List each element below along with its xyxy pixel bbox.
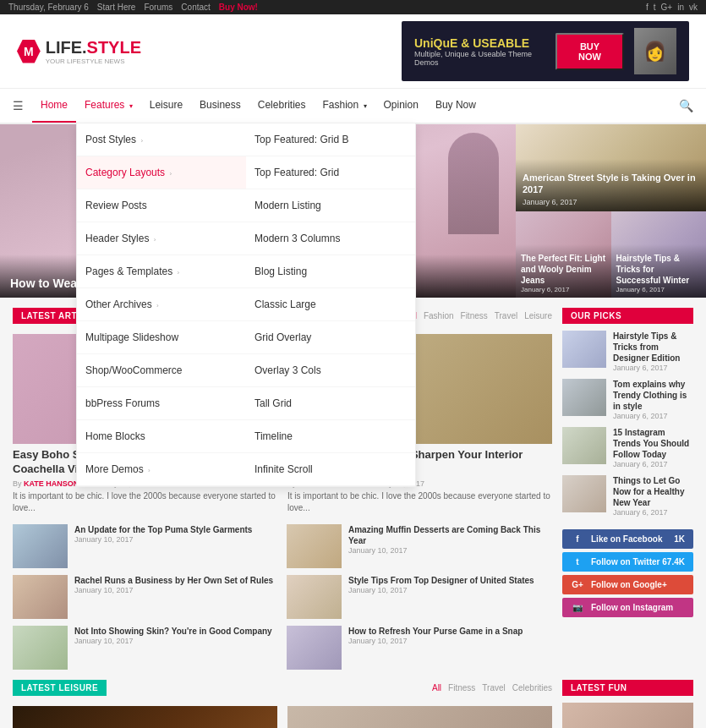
nav-item-home[interactable]: Home [32, 89, 76, 123]
picks-4-image[interactable] [562, 475, 606, 512]
nav-link-home[interactable]: Home [32, 89, 76, 123]
bottom-left-caption: The Perfect Fit: Light and Wooly Denim J… [516, 244, 611, 298]
start-here-link[interactable]: Start Here [97, 3, 136, 12]
picks-4-text: Things to Let Go Now for a Healthy New Y… [613, 475, 693, 517]
nav-item-celebrities[interactable]: Celebrities [249, 89, 315, 123]
twitter-button[interactable]: t Follow on Twitter 67.4K [562, 552, 693, 572]
leisure-filter-travel[interactable]: Travel [482, 683, 505, 692]
fun-featured-image[interactable] [562, 703, 693, 728]
banner-advertisement: UniQuE & USEABLE Multiple, Unique & Usea… [402, 21, 689, 81]
arrow-icon: › [169, 170, 172, 178]
dropdown-grid-overlay[interactable]: Grid Overlay [246, 321, 415, 354]
featured-bottom-right[interactable]: Hairstyle Tips & Tricks for Successful W… [611, 211, 707, 298]
featured-bottom-left[interactable]: The Perfect Fit: Light and Wooly Denim J… [516, 211, 611, 298]
muffin-image[interactable] [287, 524, 342, 568]
nav-item-buynow[interactable]: Buy Now [427, 89, 484, 123]
picks-2-image[interactable] [562, 379, 606, 416]
filter-fashion[interactable]: Fashion [424, 311, 454, 320]
leisure-filter-fitness[interactable]: Fitness [448, 683, 475, 692]
picks-1-text: Hairstyle Tips & Tricks from Designer Ed… [613, 331, 693, 372]
picks-2-text: Tom explains why Trendy Clothing is in s… [613, 379, 693, 420]
facebook-button[interactable]: f Like on Facebook 1K [562, 529, 693, 549]
featured-top-right[interactable]: American Street Style is Taking Over in … [516, 124, 706, 211]
nav-item-fashion[interactable]: Fashion ▾ [314, 89, 375, 123]
dropdown-modern-listing[interactable]: Modern Listing [246, 189, 415, 222]
muffin-date: January 10, 2017 [348, 546, 552, 555]
nav-link-leisure[interactable]: Leisure [141, 89, 191, 121]
picks-3-text: 15 Instagram Trends You Should Follow To… [613, 427, 693, 468]
site-logo[interactable]: M LIFE.STYLE YOUR LIFESTYLE NEWS [17, 38, 141, 65]
person-silhouette [448, 133, 499, 234]
nav-link-business[interactable]: Business [191, 89, 249, 121]
leisure-1-image[interactable] [13, 706, 277, 728]
rachel-image[interactable] [13, 575, 68, 619]
site-header: M LIFE.STYLE YOUR LIFESTYLE NEWS UniQuE … [0, 14, 706, 89]
leisure-2-image[interactable] [287, 706, 552, 728]
picks-3-image[interactable] [562, 427, 606, 464]
buynow-toplink[interactable]: Buy Now! [219, 3, 258, 12]
purse-image[interactable] [287, 626, 342, 670]
linkedin-icon-top[interactable]: in [677, 3, 684, 12]
nav-item-opinion[interactable]: Opinion [375, 89, 427, 123]
hamburger-icon[interactable]: ☰ [13, 99, 24, 112]
filter-travel[interactable]: Travel [495, 311, 517, 320]
leisure-filter-celebrities[interactable]: Celebrities [512, 683, 552, 692]
picks-2-date: January 6, 2017 [613, 412, 693, 420]
nav-link-features[interactable]: Features ▾ [76, 89, 141, 121]
dropdown-blog-listing[interactable]: Blog Listing [246, 255, 415, 288]
nav-item-business[interactable]: Business [191, 89, 249, 123]
dropdown-classic-large[interactable]: Classic Large [246, 288, 415, 321]
dropdown-pages-templates[interactable]: Pages & Templates › [77, 255, 246, 288]
dropdown-bbpress[interactable]: bbPress Forums [77, 387, 246, 420]
google-icon-top[interactable]: G+ [661, 3, 673, 12]
rachel-text: Rachel Runs a Business by Her Own Set of… [74, 575, 278, 594]
google-label: Follow on Google+ [591, 580, 667, 589]
logo-style: STYLE [87, 38, 141, 57]
filter-fitness[interactable]: Fitness [461, 311, 488, 320]
banner-buy-button[interactable]: BUY NOW [555, 33, 623, 70]
puma-image[interactable] [13, 524, 68, 568]
dropdown-modern-3col[interactable]: Modern 3 Columns [246, 222, 415, 255]
dropdown-infinite-scroll[interactable]: Infinite Scroll [246, 453, 415, 486]
latest-fun-sidebar: LATEST FUN Summer Style: Chunky Knit For… [562, 680, 693, 728]
dropdown-top-featured-b[interactable]: Top Featured: Grid B [246, 123, 415, 156]
picks-article-3: 15 Instagram Trends You Should Follow To… [562, 427, 693, 468]
twitter-icon-top[interactable]: t [654, 3, 656, 12]
arrow-icon: › [154, 236, 156, 244]
dropdown-category-layouts[interactable]: Category Layouts › [77, 156, 246, 189]
forums-link[interactable]: Forums [144, 3, 172, 12]
dropdown-overlay-3cols[interactable]: Overlay 3 Cols [246, 354, 415, 387]
contact-link[interactable]: Contact [181, 3, 210, 12]
google-icon: G+ [571, 580, 584, 589]
leisure-filter-all[interactable]: All [432, 683, 441, 692]
nav-link-opinion[interactable]: Opinion [375, 89, 427, 121]
dropdown-review-posts[interactable]: Review Posts [77, 189, 246, 222]
nav-item-features[interactable]: Features ▾ Post Styles › Category Layout… [76, 89, 141, 123]
picks-1-image[interactable] [562, 331, 606, 368]
nav-item-leisure[interactable]: Leisure [141, 89, 191, 123]
style-tips-image[interactable] [287, 575, 342, 619]
instagram-button[interactable]: 📷 Follow on Instagram [562, 598, 693, 617]
vk-icon-top[interactable]: vk [689, 3, 698, 12]
dropdown-multipage[interactable]: Multipage Slideshow [77, 321, 246, 354]
facebook-icon-top[interactable]: f [646, 3, 649, 12]
dropdown-more-demos[interactable]: More Demos › [77, 453, 246, 486]
search-icon[interactable]: 🔍 [679, 99, 693, 112]
dropdown-header-styles[interactable]: Header Styles › [77, 222, 246, 255]
facebook-label: Like on Facebook [591, 534, 662, 544]
dropdown-other-archives[interactable]: Other Archives › [77, 288, 246, 321]
dropdown-shop[interactable]: Shop/WooCommerce [77, 354, 246, 387]
notskin-image[interactable] [13, 626, 68, 670]
dropdown-top-featured[interactable]: Top Featured: Grid [246, 156, 415, 189]
picks-article-2: Tom explains why Trendy Clothing is in s… [562, 379, 693, 420]
dropdown-tall-grid[interactable]: Tall Grid [246, 387, 415, 420]
dropdown-home-blocks[interactable]: Home Blocks [77, 420, 246, 453]
google-button[interactable]: G+ Follow on Google+ [562, 575, 693, 594]
filter-leisure[interactable]: Leisure [524, 311, 552, 320]
nav-link-buynow[interactable]: Buy Now [427, 89, 484, 121]
dropdown-timeline[interactable]: Timeline [246, 420, 415, 453]
dropdown-post-styles[interactable]: Post Styles › [77, 123, 246, 156]
nav-link-fashion[interactable]: Fashion ▾ [314, 89, 375, 121]
nav-link-celebrities[interactable]: Celebrities [249, 89, 315, 121]
our-picks-section: OUR PICKS Hairstyle Tips & Tricks from D… [562, 308, 693, 517]
